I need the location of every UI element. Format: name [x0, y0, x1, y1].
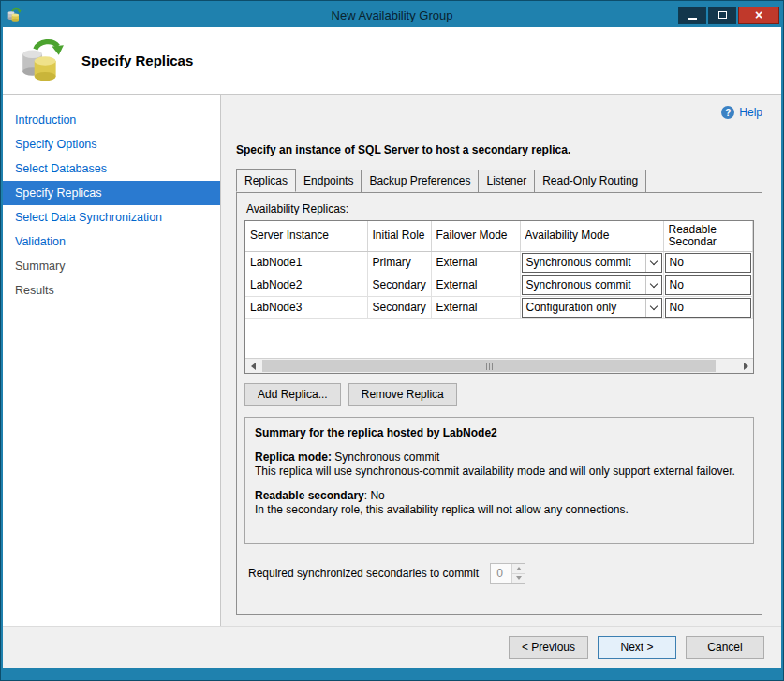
help-icon: ? — [721, 106, 734, 119]
replicas-tab-panel: Availability Replicas: Server Instance — [236, 192, 762, 615]
sidebar-item-results: Results — [3, 278, 220, 303]
maximize-button[interactable] — [708, 7, 736, 24]
replica-mode-value: Synchronous commit — [332, 451, 439, 464]
arrow-up-icon — [516, 567, 522, 570]
window-content: Specify Replicas Introduction Specify Op… — [3, 27, 781, 668]
readable-secondary-description: In the secondary role, this availability… — [255, 503, 744, 517]
cell-server-instance[interactable]: LabNode1 — [245, 251, 367, 274]
cell-server-instance[interactable]: LabNode2 — [245, 274, 367, 296]
cell-initial-role: Secondary — [367, 274, 431, 296]
tab-read-only-routing[interactable]: Read-Only Routing — [534, 170, 646, 193]
grid-header-row: Server Instance Initial Role Failover Mo… — [245, 221, 753, 251]
sidebar-item-summary: Summary — [3, 254, 220, 278]
page-title: Specify Replicas — [81, 52, 193, 68]
readable-secondary-dropdown[interactable]: No — [665, 298, 752, 318]
sidebar-item-select-data-synchronization[interactable]: Select Data Synchronization — [3, 205, 220, 229]
required-secondaries-label: Required synchronized secondaries to com… — [248, 567, 479, 580]
availability-replicas-label: Availability Replicas: — [246, 202, 754, 215]
arrow-right-icon — [744, 363, 748, 370]
replica-mode-label: Replica mode: — [255, 451, 332, 464]
cancel-button[interactable]: Cancel — [686, 636, 764, 659]
availability-mode-dropdown[interactable]: Synchronous commit — [522, 253, 662, 273]
column-header-failover-mode[interactable]: Failover Mode — [431, 221, 520, 251]
chevron-down-icon — [645, 299, 661, 317]
availability-replicas-grid: Server Instance Initial Role Failover Mo… — [244, 220, 754, 374]
close-button[interactable]: × — [738, 7, 779, 24]
chevron-down-icon — [645, 254, 661, 272]
availability-mode-dropdown[interactable]: Configuration only — [522, 298, 662, 318]
readable-secondary-dropdown[interactable]: No — [665, 253, 752, 273]
table-row: LabNode1 Primary External Synchronous co… — [245, 251, 753, 274]
scroll-right-button[interactable] — [738, 359, 753, 373]
availability-mode-dropdown[interactable]: Synchronous commit — [522, 275, 662, 295]
cell-server-instance[interactable]: LabNode3 — [245, 296, 367, 318]
table-row: LabNode3 Secondary External Configuratio… — [245, 296, 753, 318]
replica-mode-description: This replica will use synchronous-commit… — [255, 465, 744, 479]
summary-title: Summary for the replica hosted by LabNod… — [255, 426, 497, 439]
replica-summary-panel: Summary for the replica hosted by LabNod… — [244, 417, 754, 544]
close-icon: × — [755, 7, 762, 22]
help-link[interactable]: ? Help — [234, 104, 762, 121]
tab-backup-preferences[interactable]: Backup Preferences — [361, 170, 479, 193]
tab-strip: Replicas Endpoints Backup Preferences Li… — [236, 170, 762, 193]
tab-endpoints[interactable]: Endpoints — [295, 170, 362, 193]
tab-replicas[interactable]: Replicas — [236, 169, 296, 192]
sidebar-item-validation[interactable]: Validation — [3, 229, 220, 254]
wizard-steps-sidebar: Introduction Specify Options Select Data… — [3, 95, 221, 626]
arrow-left-icon — [251, 363, 256, 370]
arrow-down-icon — [516, 576, 522, 580]
sidebar-item-introduction[interactable]: Introduction — [3, 108, 220, 132]
required-secondaries-input[interactable]: 0 — [490, 563, 525, 584]
column-header-readable-secondary[interactable]: Readable Secondar — [663, 221, 753, 251]
chevron-down-icon — [645, 276, 661, 294]
maximize-icon — [718, 11, 727, 19]
window-title: New Availability Group — [3, 8, 781, 22]
scrollbar-thumb[interactable] — [262, 360, 716, 372]
minimize-icon — [688, 18, 697, 20]
cell-failover-mode: External — [431, 251, 520, 274]
previous-button[interactable]: < Previous — [509, 636, 588, 659]
column-header-availability-mode[interactable]: Availability Mode — [520, 221, 663, 251]
help-label: Help — [739, 106, 762, 119]
cell-initial-role: Secondary — [367, 296, 431, 318]
cell-failover-mode: External — [431, 296, 520, 318]
main-pane: ? Help Specify an instance of SQL Server… — [221, 95, 781, 626]
sidebar-item-specify-options[interactable]: Specify Options — [3, 132, 220, 156]
cell-failover-mode: External — [431, 274, 520, 296]
instruction-text: Specify an instance of SQL Server to hos… — [236, 143, 762, 156]
wizard-header: Specify Replicas — [3, 27, 781, 95]
tab-listener[interactable]: Listener — [478, 170, 535, 193]
column-header-server-instance[interactable]: Server Instance — [245, 221, 367, 251]
wizard-footer: < Previous Next > Cancel — [3, 626, 781, 668]
availability-group-icon — [18, 37, 65, 85]
scrollbar-track[interactable] — [260, 359, 738, 373]
readable-secondary-value: : No — [364, 489, 385, 502]
title-bar[interactable]: New Availability Group × — [3, 3, 781, 27]
next-button[interactable]: Next > — [598, 636, 676, 659]
grip-icon — [489, 363, 490, 370]
spinner-down-button[interactable] — [512, 573, 525, 584]
horizontal-scrollbar[interactable] — [245, 358, 753, 373]
required-secondaries-value: 0 — [491, 564, 511, 583]
minimize-button[interactable] — [678, 7, 706, 24]
scroll-left-button[interactable] — [245, 359, 260, 373]
readable-secondary-dropdown[interactable]: No — [665, 275, 752, 295]
remove-replica-button[interactable]: Remove Replica — [348, 383, 457, 406]
sidebar-item-specify-replicas[interactable]: Specify Replicas — [3, 181, 220, 205]
add-replica-button[interactable]: Add Replica... — [244, 383, 341, 406]
spinner-up-button[interactable] — [512, 564, 525, 573]
new-availability-group-window: New Availability Group × S — [0, 0, 784, 681]
cell-initial-role: Primary — [367, 251, 431, 274]
column-header-initial-role[interactable]: Initial Role — [367, 221, 431, 251]
readable-secondary-label: Readable secondary — [255, 489, 364, 502]
sidebar-item-select-databases[interactable]: Select Databases — [3, 156, 220, 181]
table-row: LabNode2 Secondary External Synchronous … — [245, 274, 753, 296]
